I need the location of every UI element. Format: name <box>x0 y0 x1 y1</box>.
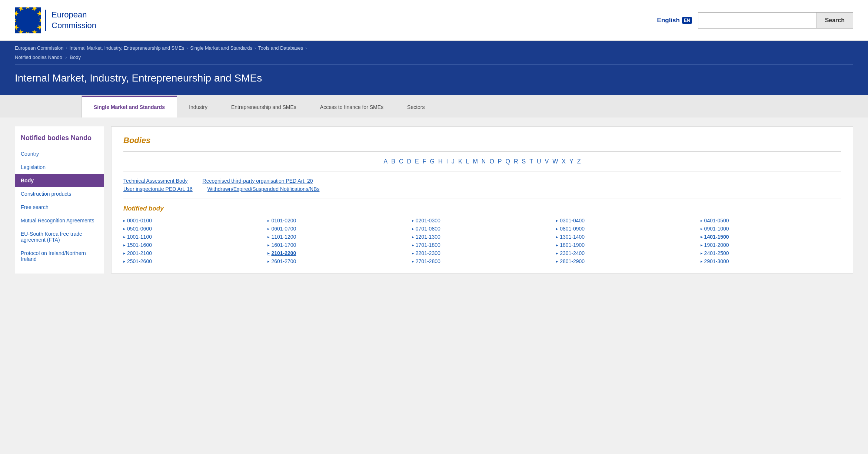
breadcrumb-imies[interactable]: Internal Market, Industry, Entrepreneurs… <box>70 45 184 51</box>
sidebar-item-free-search[interactable]: Free search <box>15 201 104 214</box>
main-content: Bodies A B C D E F G H I J K L M N O P Q… <box>111 126 853 274</box>
nb-range-0201[interactable]: ▸ 0201-0300 <box>412 218 552 223</box>
search-box: Search <box>698 12 853 29</box>
alpha-v[interactable]: V <box>545 158 549 165</box>
alpha-a[interactable]: A <box>384 158 388 165</box>
nb-range-2301[interactable]: ▸ 2301-2400 <box>556 250 696 256</box>
nb-range-1201[interactable]: ▸ 1201-1300 <box>412 234 552 240</box>
nb-range-0701[interactable]: ▸ 0701-0800 <box>412 226 552 232</box>
search-input[interactable] <box>698 12 817 29</box>
svg-rect-0 <box>15 7 41 33</box>
sidebar-item-mutual[interactable]: Mutual Recognition Agreements <box>15 214 104 227</box>
bodies-title: Bodies <box>123 136 841 145</box>
alpha-h[interactable]: H <box>438 158 443 165</box>
nb-range-0901[interactable]: ▸ 0901-1000 <box>701 226 841 232</box>
nb-range-0301[interactable]: ▸ 0301-0400 <box>556 218 696 223</box>
page-title: Internal Market, Industry, Entrepreneurs… <box>15 72 853 84</box>
breadcrumb2-nando[interactable]: Notified bodies Nando <box>15 54 62 60</box>
alpha-r[interactable]: R <box>514 158 518 165</box>
alpha-i[interactable]: I <box>446 158 448 165</box>
breadcrumb-sms[interactable]: Single Market and Standards <box>190 45 252 51</box>
nb-range-2801[interactable]: ▸ 2801-2900 <box>556 258 696 264</box>
link-user-inspectorate[interactable]: User inspectorate PED Art. 16 <box>123 186 193 192</box>
notified-body-title: Notified body <box>123 205 841 212</box>
breadcrumb-tools[interactable]: Tools and Databases <box>258 45 303 51</box>
tab-single-market[interactable]: Single Market and Standards <box>82 96 177 117</box>
tab-placeholder <box>15 95 82 117</box>
alpha-g[interactable]: G <box>430 158 434 165</box>
nb-range-2101[interactable]: ▸ 2101-2200 <box>267 250 408 256</box>
nb-range-1001[interactable]: ▸ 1001-1100 <box>123 234 264 240</box>
nb-range-2501[interactable]: ▸ 2501-2600 <box>123 258 264 264</box>
alpha-j[interactable]: J <box>452 158 455 165</box>
alpha-w[interactable]: W <box>552 158 558 165</box>
alpha-q[interactable]: Q <box>506 158 510 165</box>
nb-range-1301[interactable]: ▸ 1301-1400 <box>556 234 696 240</box>
nb-range-0501[interactable]: ▸ 0501-0600 <box>123 226 264 232</box>
alpha-d[interactable]: D <box>407 158 411 165</box>
alpha-u[interactable]: U <box>537 158 541 165</box>
alpha-n[interactable]: N <box>482 158 486 165</box>
sidebar-item-construction[interactable]: Construction products <box>15 187 104 201</box>
alpha-c[interactable]: C <box>399 158 403 165</box>
search-button[interactable]: Search <box>817 12 853 29</box>
alpha-t[interactable]: T <box>529 158 533 165</box>
nb-range-1501[interactable]: ▸ 1501-1600 <box>123 242 264 248</box>
alpha-m[interactable]: M <box>473 158 478 165</box>
nb-range-0601[interactable]: ▸ 0601-0700 <box>267 226 408 232</box>
alpha-y[interactable]: Y <box>569 158 573 165</box>
language-button[interactable]: English EN <box>657 17 692 24</box>
breadcrumb2: Notified bodies Nando › Body <box>15 54 853 60</box>
link-technical-assessment[interactable]: Technical Assessment Body <box>123 178 188 184</box>
breadcrumb-ec[interactable]: European Commission <box>15 45 64 51</box>
nb-range-2001[interactable]: ▸ 2001-2100 <box>123 250 264 256</box>
tab-industry[interactable]: Industry <box>177 97 219 117</box>
sidebar-item-eu-korea[interactable]: EU-South Korea free trade agreement (FTA… <box>15 227 104 246</box>
nb-range-0101[interactable]: ▸ 0101-0200 <box>267 218 408 223</box>
link-withdrawn[interactable]: Withdrawn/Expired/Suspended Notification… <box>207 186 320 192</box>
sidebar-item-country[interactable]: Country <box>15 147 104 160</box>
body-links-section: Technical Assessment Body Recognised thi… <box>123 178 841 192</box>
alpha-s[interactable]: S <box>522 158 526 165</box>
alpha-l[interactable]: L <box>466 158 469 165</box>
nb-range-1401[interactable]: ▸ 1401-1500 <box>701 234 841 240</box>
sidebar-item-body[interactable]: Body <box>15 174 104 187</box>
header: European Commission English EN Search <box>0 0 868 41</box>
nb-range-1801[interactable]: ▸ 1801-1900 <box>556 242 696 248</box>
nb-range-2901[interactable]: ▸ 2901-3000 <box>701 258 841 264</box>
content-wrapper: Notified bodies Nando Country Legislatio… <box>0 117 868 282</box>
nb-range-1701[interactable]: ▸ 1701-1800 <box>412 242 552 248</box>
tab-access-finance[interactable]: Access to finance for SMEs <box>308 97 395 117</box>
nb-ranges-grid: ▸ 0001-0100 ▸ 0101-0200 ▸ 0201-0300 ▸ 03… <box>123 218 841 264</box>
nb-range-2401[interactable]: ▸ 2401-2500 <box>701 250 841 256</box>
breadcrumb: European Commission › Internal Market, I… <box>15 45 853 51</box>
sidebar-item-protocol[interactable]: Protocol on Ireland/Northern Ireland <box>15 246 104 266</box>
alpha-x[interactable]: X <box>562 158 566 165</box>
nb-range-0401[interactable]: ▸ 0401-0500 <box>701 218 841 223</box>
nb-range-1101[interactable]: ▸ 1101-1200 <box>267 234 408 240</box>
breadcrumb-sep-2: › <box>186 46 188 51</box>
alpha-k[interactable]: K <box>458 158 462 165</box>
tab-entrepreneurship[interactable]: Entrepreneurship and SMEs <box>219 97 308 117</box>
tab-sectors[interactable]: Sectors <box>395 97 436 117</box>
eu-flag-icon <box>15 7 41 33</box>
link-recognised-third-party[interactable]: Recognised third-party organisation PED … <box>203 178 313 184</box>
alpha-f[interactable]: F <box>423 158 426 165</box>
sidebar-item-legislation[interactable]: Legislation <box>15 160 104 174</box>
nb-range-1901[interactable]: ▸ 1901-2000 <box>701 242 841 248</box>
logo-area: European Commission <box>15 7 96 33</box>
alpha-e[interactable]: E <box>415 158 419 165</box>
nb-range-2201[interactable]: ▸ 2201-2300 <box>412 250 552 256</box>
alpha-z[interactable]: Z <box>577 158 581 165</box>
nb-range-2701[interactable]: ▸ 2701-2800 <box>412 258 552 264</box>
nb-range-0801[interactable]: ▸ 0801-0900 <box>556 226 696 232</box>
body-links-row-2: User inspectorate PED Art. 16 Withdrawn/… <box>123 186 841 192</box>
alpha-b[interactable]: B <box>391 158 395 165</box>
breadcrumb-sep-3: › <box>255 46 256 51</box>
alpha-p[interactable]: P <box>498 158 502 165</box>
breadcrumb2-sep: › <box>65 54 67 60</box>
alpha-o[interactable]: O <box>489 158 494 165</box>
nb-range-1601[interactable]: ▸ 1601-1700 <box>267 242 408 248</box>
nb-range-0001[interactable]: ▸ 0001-0100 <box>123 218 264 223</box>
nb-range-2601[interactable]: ▸ 2601-2700 <box>267 258 408 264</box>
